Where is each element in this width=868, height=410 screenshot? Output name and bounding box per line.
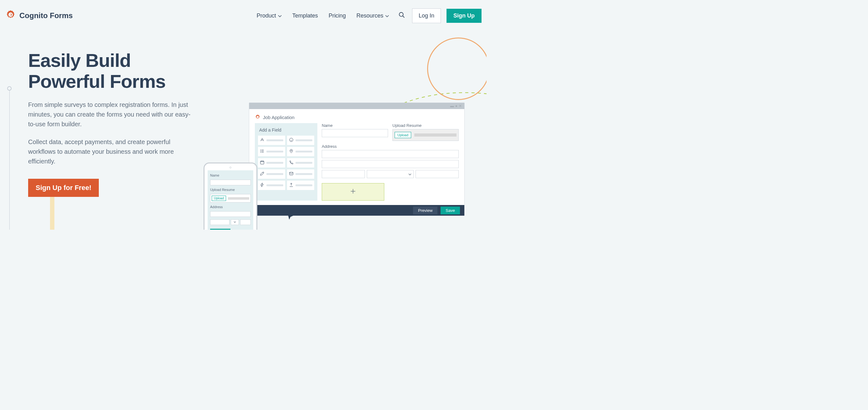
calendar-icon xyxy=(260,160,265,166)
nav-resources[interactable]: Resources xyxy=(354,11,392,21)
palette-date-field[interactable] xyxy=(258,158,285,167)
palette-signature-field[interactable] xyxy=(258,169,285,179)
window-max-icon: ● xyxy=(455,104,458,108)
nav-resources-label: Resources xyxy=(356,12,383,19)
phone-addr-zip xyxy=(240,219,251,225)
builder-form-title: Job Application xyxy=(263,115,294,120)
canvas-upload-label: Upload Resume xyxy=(393,123,459,128)
svg-line-1 xyxy=(403,16,405,18)
canvas-addr-line1 xyxy=(322,150,459,158)
list-icon xyxy=(260,149,265,155)
search-icon xyxy=(398,14,405,20)
window-min-icon: ▬ xyxy=(450,104,454,108)
canvas-addr-zip xyxy=(415,170,459,178)
phone-addr-city xyxy=(210,219,229,225)
nav-pricing[interactable]: Pricing xyxy=(326,11,348,21)
add-field-dropzone[interactable] xyxy=(322,183,384,201)
palette-upload-field[interactable] xyxy=(287,181,314,190)
svg-point-0 xyxy=(399,12,403,17)
chevron-down-icon xyxy=(278,12,282,19)
phone-screen: Name Upload Resume Upload Address Submit xyxy=(208,170,253,230)
palette-list-field[interactable] xyxy=(258,147,285,156)
canvas-name-input xyxy=(322,129,388,137)
canvas-name-label: Name xyxy=(322,123,388,128)
upload-icon xyxy=(289,183,293,188)
login-button[interactable]: Log In xyxy=(412,8,441,23)
mail-icon xyxy=(289,171,293,177)
phone-upload-box: Upload xyxy=(210,194,251,202)
decor-orange-arc xyxy=(427,37,487,100)
hero-section: Easily Build Powerful Forms From simple … xyxy=(0,25,487,197)
site-header: Cognito Forms Product Templates Pricing … xyxy=(0,0,487,25)
phone-sensor xyxy=(229,166,231,168)
canvas-upload-bar xyxy=(414,133,457,136)
pen-icon xyxy=(260,171,265,177)
cog-icon xyxy=(255,114,260,121)
signup-button[interactable]: Sign Up xyxy=(446,9,482,23)
plus-icon xyxy=(349,188,356,196)
builder-window: ▬ ● ✕ Job Application Add a Field xyxy=(249,102,465,216)
svg-point-7 xyxy=(260,151,261,151)
window-titlebar: ▬ ● ✕ xyxy=(249,103,464,109)
palette-location-field[interactable] xyxy=(287,147,314,156)
window-close-icon: ✕ xyxy=(459,104,462,108)
field-palette: Add a Field xyxy=(255,123,317,201)
form-canvas: Name Upload Resume Upload Address xyxy=(322,123,459,201)
cog-icon xyxy=(5,9,16,22)
phone-submit-button: Submit xyxy=(210,229,230,230)
canvas-addr-line2 xyxy=(322,160,459,168)
search-button[interactable] xyxy=(397,10,406,21)
main-nav: Product Templates Pricing Resources Log … xyxy=(254,8,482,23)
save-button[interactable]: Save xyxy=(440,207,460,214)
svg-point-9 xyxy=(291,150,292,151)
nav-product[interactable]: Product xyxy=(254,11,284,21)
phone-address-label: Address xyxy=(210,205,251,209)
phone-mock: Name Upload Resume Upload Address Submit xyxy=(204,162,257,230)
svg-point-8 xyxy=(260,152,261,152)
builder-footer: Preview Save xyxy=(249,205,464,216)
signup-free-button[interactable]: Sign Up for Free! xyxy=(28,179,99,197)
bolt-icon xyxy=(260,183,265,188)
canvas-address-label: Address xyxy=(322,144,459,149)
phone-upload-label: Upload Resume xyxy=(210,188,251,192)
phone-upload-button: Upload xyxy=(212,196,226,201)
canvas-addr-state xyxy=(367,170,414,178)
phone-upload-bar xyxy=(228,197,249,200)
hero-title-line2: Powerful Forms xyxy=(28,71,165,92)
palette-email-field[interactable] xyxy=(287,169,314,179)
hero-title-line1: Easily Build xyxy=(28,50,131,71)
builder-header: Job Application xyxy=(249,109,464,123)
phone-name-label: Name xyxy=(210,174,251,177)
phone-addr-select xyxy=(231,219,239,225)
svg-rect-14 xyxy=(289,172,293,175)
svg-point-2 xyxy=(289,138,293,141)
nav-pricing-label: Pricing xyxy=(329,12,346,19)
palette-action-field[interactable] xyxy=(258,181,285,190)
canvas-upload-button: Upload xyxy=(395,132,411,138)
hero-desc-2: Collect data, accept payments, and creat… xyxy=(28,137,194,166)
nav-templates-label: Templates xyxy=(292,12,318,19)
hero-copy: Easily Build Powerful Forms From simple … xyxy=(28,37,194,197)
canvas-upload-box: Upload xyxy=(393,129,459,141)
phone-icon xyxy=(289,160,293,166)
preview-button[interactable]: Preview xyxy=(413,207,437,214)
svg-point-6 xyxy=(260,150,261,150)
text-icon xyxy=(260,137,265,144)
hero-desc-1: From simple surveys to complex registrat… xyxy=(28,100,194,129)
palette-title: Add a Field xyxy=(258,126,314,136)
smile-icon xyxy=(289,137,293,144)
brand-logo[interactable]: Cognito Forms xyxy=(5,9,73,22)
palette-text-field[interactable] xyxy=(258,136,285,145)
pin-icon xyxy=(289,149,293,155)
hero-title: Easily Build Powerful Forms xyxy=(28,50,194,92)
chevron-down-icon xyxy=(408,171,411,177)
chevron-down-icon xyxy=(385,12,389,19)
palette-rating-field[interactable] xyxy=(287,136,314,145)
svg-rect-10 xyxy=(260,161,264,164)
nav-templates[interactable]: Templates xyxy=(290,11,320,21)
palette-phone-field[interactable] xyxy=(287,158,314,167)
brand-name: Cognito Forms xyxy=(20,11,73,20)
phone-name-input xyxy=(210,180,251,185)
canvas-addr-city xyxy=(322,170,365,178)
nav-product-label: Product xyxy=(257,12,276,19)
